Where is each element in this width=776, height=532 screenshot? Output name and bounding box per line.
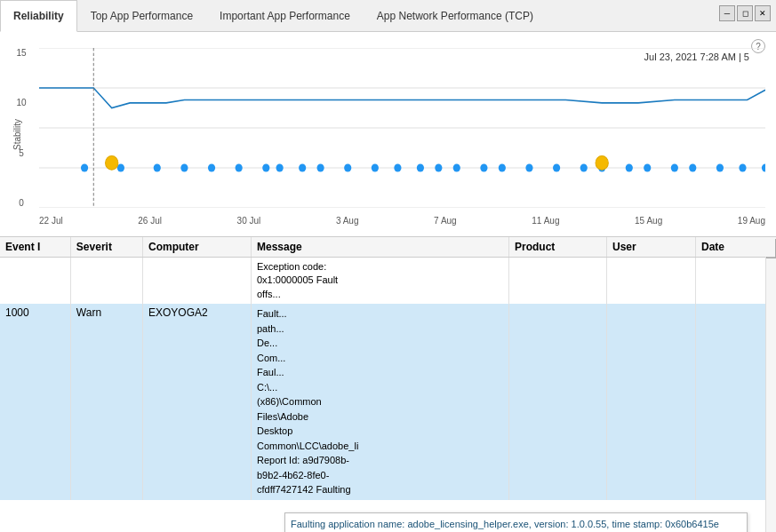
svg-point-35 — [596, 156, 608, 171]
minimize-button[interactable]: ─ — [719, 5, 735, 21]
svg-point-16 — [372, 164, 379, 172]
col-date: Date — [696, 237, 776, 258]
svg-point-28 — [644, 164, 651, 172]
svg-point-15 — [344, 164, 351, 172]
cell-computer — [143, 258, 252, 305]
svg-point-6 — [117, 164, 124, 172]
svg-point-5 — [81, 164, 88, 172]
svg-point-18 — [417, 164, 424, 172]
svg-point-9 — [208, 164, 215, 172]
svg-point-17 — [394, 164, 401, 172]
close-button[interactable]: ✕ — [755, 5, 771, 21]
tooltip-line-1: Faulting application name: adobe_licensi… — [291, 517, 741, 532]
cell-event-id — [0, 258, 70, 305]
svg-point-30 — [689, 164, 696, 172]
svg-point-23 — [525, 164, 532, 172]
cell-date — [696, 258, 776, 305]
svg-point-32 — [739, 164, 746, 172]
svg-point-12 — [276, 164, 284, 172]
cell-message: Exception code: 0x1:0000005 Fault offs..… — [252, 258, 509, 305]
restore-button[interactable]: ◻ — [737, 5, 753, 21]
svg-point-19 — [435, 164, 442, 172]
chart-container: 15 10 5 0 Stability — [7, 48, 769, 226]
svg-point-24 — [553, 164, 560, 172]
cell-severity: Warn — [70, 304, 142, 500]
window-controls: ─ ◻ ✕ — [719, 5, 771, 21]
col-user: User — [607, 237, 696, 258]
events-table: Event I Severit Computer Message Product… — [0, 237, 776, 500]
x-axis-labels: 22 Jul 26 Jul 30 Jul 3 Aug 7 Aug 11 Aug … — [39, 216, 765, 226]
svg-point-7 — [154, 164, 161, 172]
tabs-bar: Reliability Top App Performance Importan… — [0, 0, 776, 32]
svg-point-10 — [236, 164, 243, 172]
svg-point-13 — [299, 164, 306, 172]
svg-point-20 — [453, 164, 460, 172]
svg-point-11 — [262, 164, 269, 172]
cell-event-id: 1000 — [0, 304, 70, 500]
chart-area: ? Jul 23, 2021 7:28 AM | 5 15 10 5 0 Sta… — [0, 32, 776, 236]
cell-user — [607, 304, 696, 500]
cell-message: Fault... path... De... Com... Faul... C:… — [252, 304, 509, 500]
table-header-row: Event I Severit Computer Message Product… — [0, 237, 776, 258]
cell-severity — [70, 258, 142, 305]
cell-date — [696, 304, 776, 500]
col-message: Message — [252, 237, 509, 258]
cell-user — [607, 258, 696, 305]
message-tooltip: Faulting application name: adobe_licensi… — [284, 512, 748, 532]
tab-reliability[interactable]: Reliability — [0, 0, 77, 32]
tab-top-app-perf[interactable]: Top App Performance — [77, 0, 206, 31]
table-row[interactable]: 1000 Warn EXOYOGA2 Fault... path... De..… — [0, 304, 776, 500]
cell-computer: EXOYOGA2 — [143, 304, 252, 500]
cell-product — [509, 304, 607, 500]
tab-network-perf[interactable]: App Network Performance (TCP) — [364, 0, 547, 31]
table-row[interactable]: Exception code: 0x1:0000005 Fault offs..… — [0, 258, 776, 305]
svg-point-27 — [626, 164, 633, 172]
col-computer: Computer — [143, 237, 252, 258]
chart-svg — [39, 48, 765, 208]
svg-point-8 — [180, 164, 188, 172]
col-product: Product — [509, 237, 607, 258]
svg-point-14 — [317, 164, 324, 172]
y-axis-label: Stability — [12, 119, 22, 150]
svg-point-22 — [499, 164, 506, 172]
svg-point-34 — [106, 156, 118, 171]
svg-point-31 — [716, 164, 724, 172]
table-area[interactable]: Event I Severit Computer Message Product… — [0, 236, 776, 532]
col-severity: Severit — [70, 237, 142, 258]
cell-product — [509, 258, 607, 305]
svg-point-25 — [580, 164, 588, 172]
svg-point-33 — [762, 164, 765, 172]
svg-point-29 — [671, 164, 678, 172]
scrollbar-track[interactable] — [765, 237, 776, 532]
tab-important-app-perf[interactable]: Important App Performance — [206, 0, 364, 31]
svg-point-21 — [480, 164, 487, 172]
col-event-id: Event I — [0, 237, 70, 258]
